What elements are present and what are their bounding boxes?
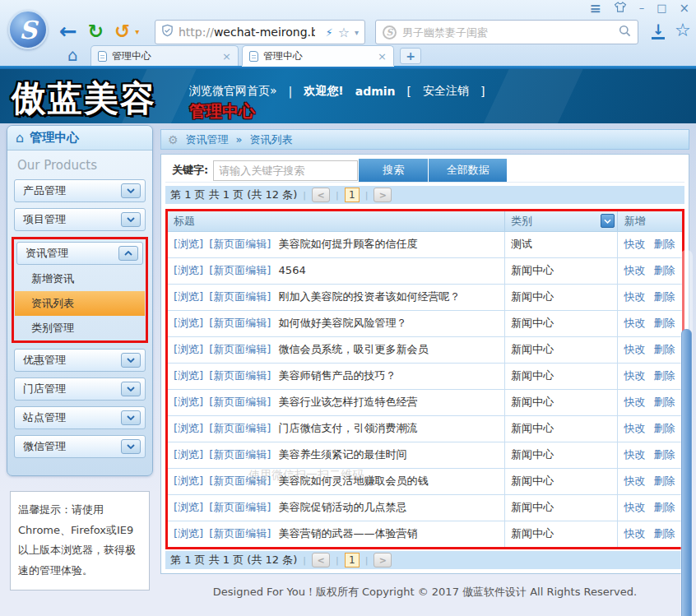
sidebar-item-product-mgmt[interactable]: 产品管理: [14, 179, 146, 202]
url-dropdown-icon[interactable]: ▾: [355, 28, 359, 37]
sidebar-item-category-mgmt[interactable]: 类别管理: [15, 316, 145, 340]
delete-link[interactable]: 删除: [654, 396, 675, 408]
quick-edit-link[interactable]: 快改: [624, 369, 645, 382]
delete-link[interactable]: 删除: [654, 422, 675, 434]
new-page-edit-link[interactable]: [新页面编辑]: [209, 369, 271, 382]
close-icon[interactable]: ×: [679, 2, 689, 14]
sidebar-item-project-mgmt[interactable]: 项目管理: [14, 208, 146, 231]
view-link[interactable]: [浏览]: [174, 475, 203, 487]
sidebar-item-store-mgmt[interactable]: 门店管理: [14, 377, 146, 401]
sogou-logo[interactable]: S: [8, 10, 48, 49]
view-link[interactable]: [浏览]: [174, 369, 203, 382]
new-page-edit-link[interactable]: [新页面编辑]: [209, 527, 271, 540]
chevron-down-icon[interactable]: [121, 439, 141, 454]
column-category[interactable]: 类别: [504, 211, 618, 231]
category-filter-dropdown-icon[interactable]: [601, 214, 615, 228]
new-page-edit-link[interactable]: [新页面编辑]: [209, 422, 271, 434]
search-button[interactable]: 搜索: [359, 159, 429, 182]
bookmark-star-icon[interactable]: ☆: [338, 25, 350, 40]
new-page-edit-link[interactable]: [新页面编辑]: [209, 238, 271, 250]
delete-link[interactable]: 删除: [654, 448, 675, 461]
quick-edit-link[interactable]: 快改: [624, 475, 645, 487]
delete-link[interactable]: 删除: [654, 343, 675, 355]
speed-bolt-icon[interactable]: ⚡: [325, 26, 332, 39]
quick-edit-link[interactable]: 快改: [624, 290, 645, 303]
view-link[interactable]: [浏览]: [174, 264, 203, 276]
view-link[interactable]: [浏览]: [174, 238, 203, 250]
view-link[interactable]: [浏览]: [174, 422, 203, 434]
download-icon[interactable]: ↓: [652, 23, 665, 39]
current-page[interactable]: 1: [345, 553, 360, 567]
next-page-button[interactable]: >: [374, 188, 392, 202]
logout-link[interactable]: 安全注销: [423, 84, 469, 99]
view-link[interactable]: [浏览]: [174, 290, 203, 303]
tab-admin-center-2[interactable]: 管理中心 ×: [242, 45, 394, 66]
favorites-star-icon[interactable]: ☆: [675, 21, 691, 39]
new-page-edit-link[interactable]: [新页面编辑]: [209, 475, 271, 487]
maximize-icon[interactable]: □: [657, 2, 666, 14]
quick-edit-link[interactable]: 快改: [624, 501, 645, 513]
prev-page-button[interactable]: <: [312, 553, 330, 567]
breadcrumb-section[interactable]: 资讯管理: [186, 132, 229, 147]
tab-close-icon[interactable]: ×: [222, 50, 231, 63]
prev-page-button[interactable]: <: [312, 188, 330, 202]
quick-edit-link[interactable]: 快改: [624, 448, 645, 461]
sidebar-item-site-mgmt[interactable]: 站点管理: [14, 406, 146, 429]
delete-link[interactable]: 删除: [654, 264, 675, 276]
new-page-edit-link[interactable]: [新页面编辑]: [209, 501, 271, 513]
delete-link[interactable]: 删除: [654, 501, 675, 513]
view-link[interactable]: [浏览]: [174, 343, 203, 355]
keyword-input[interactable]: [213, 160, 358, 181]
current-page[interactable]: 1: [345, 188, 360, 202]
view-link[interactable]: [浏览]: [174, 396, 203, 408]
refresh-icon[interactable]: ↻: [88, 21, 104, 41]
chevron-down-icon[interactable]: [121, 410, 141, 425]
quick-edit-link[interactable]: 快改: [624, 317, 645, 329]
chevron-up-icon[interactable]: [118, 246, 138, 261]
browser-search-input[interactable]: [402, 26, 613, 39]
site-home-link[interactable]: 浏览微官网首页»: [189, 84, 277, 99]
column-add[interactable]: 新增: [618, 211, 682, 231]
new-page-edit-link[interactable]: [新页面编辑]: [209, 317, 271, 329]
magnifier-icon[interactable]: [619, 25, 631, 40]
page-scrollbar[interactable]: [680, 250, 693, 616]
undo-dropdown-icon[interactable]: ▾: [135, 27, 139, 36]
next-page-button[interactable]: >: [374, 553, 392, 567]
delete-link[interactable]: 删除: [654, 238, 675, 250]
scrollbar-thumb[interactable]: [681, 329, 692, 616]
home-icon[interactable]: ⌂: [67, 46, 78, 64]
quick-edit-link[interactable]: 快改: [624, 422, 645, 434]
back-icon[interactable]: ←: [59, 21, 77, 42]
chevron-down-icon[interactable]: [121, 212, 141, 227]
new-page-edit-link[interactable]: [新页面编辑]: [209, 264, 271, 276]
url-input[interactable]: http://wechat-meirong.b ⚡ ☆ ▾: [155, 20, 365, 44]
quick-edit-link[interactable]: 快改: [624, 264, 645, 276]
quick-edit-link[interactable]: 快改: [624, 527, 645, 540]
new-page-edit-link[interactable]: [新页面编辑]: [209, 448, 271, 461]
view-link[interactable]: [浏览]: [174, 317, 203, 329]
all-data-button[interactable]: 全部数据: [429, 159, 508, 182]
skin-shirt-icon[interactable]: [614, 2, 627, 15]
view-link[interactable]: [浏览]: [174, 501, 203, 513]
quick-edit-link[interactable]: 快改: [624, 396, 645, 408]
quick-edit-link[interactable]: 快改: [624, 343, 645, 355]
breadcrumb-page[interactable]: 资讯列表: [250, 132, 293, 147]
sidebar-item-wechat-mgmt[interactable]: 微信管理: [14, 435, 146, 458]
sidebar-item-news-mgmt[interactable]: 资讯管理: [16, 242, 143, 265]
quick-edit-link[interactable]: 快改: [624, 238, 645, 250]
tab-close-icon[interactable]: ×: [378, 50, 387, 63]
undo-icon[interactable]: ↺: [114, 21, 130, 41]
new-page-edit-link[interactable]: [新页面编辑]: [209, 290, 271, 303]
delete-link[interactable]: 删除: [654, 527, 675, 540]
tab-admin-center-1[interactable]: 管理中心 ×: [90, 45, 239, 66]
delete-link[interactable]: 删除: [654, 475, 675, 487]
sidebar-item-promo-mgmt[interactable]: 优惠管理: [14, 349, 146, 372]
minimize-icon[interactable]: –: [639, 2, 645, 14]
chevron-down-icon[interactable]: [121, 382, 141, 396]
delete-link[interactable]: 删除: [654, 317, 675, 329]
chevron-down-icon[interactable]: [121, 183, 141, 198]
new-page-edit-link[interactable]: [新页面编辑]: [209, 396, 271, 408]
new-page-edit-link[interactable]: [新页面编辑]: [209, 343, 271, 355]
new-tab-button[interactable]: +: [400, 48, 421, 64]
chevron-down-icon[interactable]: [121, 353, 141, 368]
